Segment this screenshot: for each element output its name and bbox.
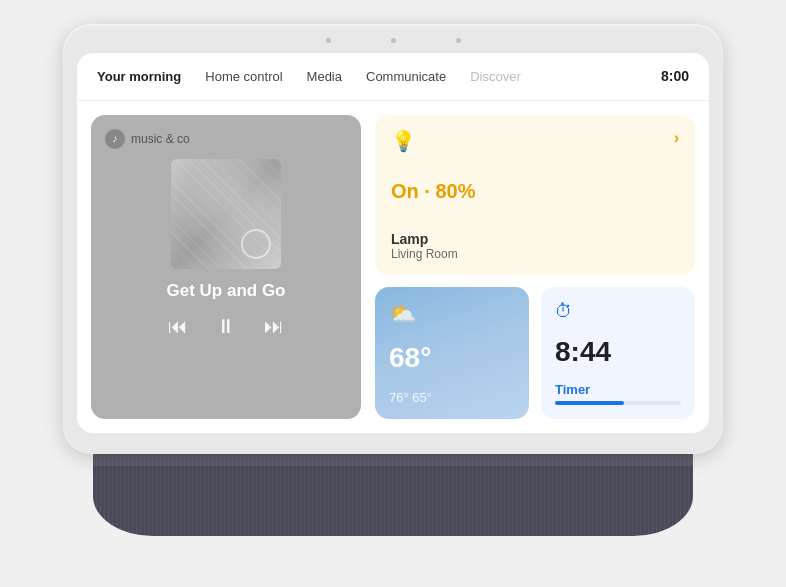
lamp-status: On · 80% — [391, 180, 679, 203]
main-content: ♪ music & co Get Up and Go ⏮ ⏸ ⏭ — [77, 101, 709, 433]
nav-bar: Your morning Home control Media Communic… — [77, 53, 709, 101]
music-app-icon: ♪ — [105, 129, 125, 149]
lamp-location: Living Room — [391, 247, 679, 261]
lamp-header: 💡 › — [391, 129, 679, 153]
nav-item-discover[interactable]: Discover — [470, 69, 521, 84]
album-art — [171, 159, 281, 269]
song-title: Get Up and Go — [167, 281, 286, 301]
nav-item-your-morning[interactable]: Your morning — [97, 69, 181, 84]
camera-dot — [456, 38, 461, 43]
timer-progress-fill — [555, 401, 624, 405]
camera-dot-row — [77, 38, 709, 43]
prev-button[interactable]: ⏮ — [168, 315, 188, 338]
lamp-card[interactable]: 💡 › On · 80% Lamp Living Room — [375, 115, 695, 275]
album-circle-decoration — [241, 229, 271, 259]
lamp-name: Lamp — [391, 231, 679, 247]
timer-card[interactable]: ⏱ 8:44 Timer — [541, 287, 695, 419]
current-time: 8:00 — [661, 68, 689, 84]
music-card[interactable]: ♪ music & co Get Up and Go ⏮ ⏸ ⏭ — [91, 115, 361, 419]
display-screen: Your morning Home control Media Communic… — [77, 53, 709, 433]
google-home-device: Your morning Home control Media Communic… — [53, 24, 733, 564]
timer-icon: ⏱ — [555, 301, 681, 322]
music-app-name: music & co — [131, 132, 190, 146]
nav-item-home-control[interactable]: Home control — [205, 69, 282, 84]
camera-dot — [326, 38, 331, 43]
weather-range: 76° 65° — [389, 390, 515, 405]
music-app-label: ♪ music & co — [105, 129, 190, 149]
nav-item-media[interactable]: Media — [307, 69, 342, 84]
play-pause-button[interactable]: ⏸ — [216, 315, 236, 338]
right-column: 💡 › On · 80% Lamp Living Room ⛅ — [375, 115, 695, 419]
timer-label: Timer — [555, 382, 681, 397]
speaker-base — [93, 446, 693, 536]
next-button[interactable]: ⏭ — [264, 315, 284, 338]
weather-icon: ⛅ — [389, 301, 515, 327]
chevron-right-icon[interactable]: › — [674, 129, 679, 147]
bottom-row: ⛅ 68° 76° 65° ⏱ 8:44 Timer — [375, 287, 695, 419]
nav-item-communicate[interactable]: Communicate — [366, 69, 446, 84]
timer-time: 8:44 — [555, 336, 681, 368]
timer-progress-bar — [555, 401, 681, 405]
bulb-icon: 💡 — [391, 129, 416, 153]
screen-bezel: Your morning Home control Media Communic… — [63, 24, 723, 454]
weather-card[interactable]: ⛅ 68° 76° 65° — [375, 287, 529, 419]
camera-dot — [391, 38, 396, 43]
weather-temp: 68° — [389, 342, 515, 374]
music-controls: ⏮ ⏸ ⏭ — [168, 315, 284, 338]
